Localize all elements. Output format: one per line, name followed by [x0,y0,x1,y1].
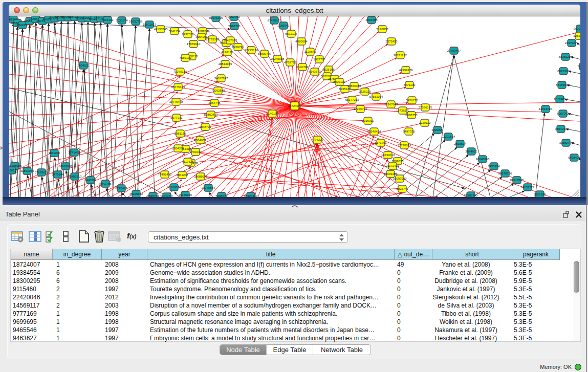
svg-text:4823498: 4823498 [365,18,378,21]
svg-text:20709497: 20709497 [447,49,461,52]
svg-text:12614124: 12614124 [539,107,553,111]
svg-text:3741438: 3741438 [68,151,80,154]
svg-text:38427073: 38427073 [224,39,237,42]
svg-text:5456272: 5456272 [406,99,418,102]
svg-text:68800797: 68800797 [258,52,272,55]
svg-text:7350753: 7350753 [228,16,240,18]
svg-text:1981186: 1981186 [175,132,187,135]
svg-text:60929647: 60929647 [59,165,73,168]
svg-text:6543670: 6543670 [309,70,321,73]
svg-text:5041154: 5041154 [169,30,181,33]
svg-text:2140194: 2140194 [266,112,278,115]
svg-text:1120642: 1120642 [304,50,317,53]
svg-text:65177213: 65177213 [345,98,359,101]
svg-text:19736572: 19736572 [396,109,410,112]
svg-text:8612220: 8612220 [557,70,570,73]
svg-text:77491435: 77491435 [158,173,172,176]
svg-text:72092888: 72092888 [211,89,225,92]
svg-text:8688755: 8688755 [405,114,418,117]
svg-text:63100814: 63100814 [167,186,181,189]
svg-text:7022674: 7022674 [116,19,128,22]
svg-text:30776478: 30776478 [169,100,183,103]
svg-text:5418934: 5418934 [556,83,568,86]
svg-text:1841248: 1841248 [176,173,188,177]
svg-text:7774229: 7774229 [311,138,323,141]
svg-text:7550190: 7550190 [179,56,191,59]
svg-text:27566185: 27566185 [419,106,432,109]
svg-text:71070189: 71070189 [173,70,187,73]
svg-text:71367643: 71367643 [384,103,398,106]
svg-text:81016525: 81016525 [510,179,524,182]
svg-text:15831819: 15831819 [143,23,157,26]
svg-text:29175900: 29175900 [179,193,192,196]
svg-text:83863413: 83863413 [204,113,218,116]
svg-text:44999379: 44999379 [399,69,413,72]
svg-text:95899313: 95899313 [68,175,82,178]
svg-text:34627347: 34627347 [214,77,228,80]
svg-text:18724007: 18724007 [288,104,302,107]
svg-text:6022741: 6022741 [396,187,408,190]
svg-text:4860684: 4860684 [295,40,308,43]
svg-text:22201654: 22201654 [442,135,455,138]
svg-text:9517485: 9517485 [554,98,566,101]
svg-text:4769795: 4769795 [284,61,296,64]
svg-text:4117625: 4117625 [182,160,194,163]
svg-text:6672134: 6672134 [285,32,297,35]
svg-text:2921859: 2921859 [534,193,546,196]
svg-text:19233013: 19233013 [381,154,395,157]
svg-text:7089806: 7089806 [577,65,580,68]
svg-text:27778019: 27778019 [398,144,411,147]
svg-text:2264748: 2264748 [208,101,221,104]
svg-text:3564217: 3564217 [555,127,567,130]
svg-text:3684052: 3684052 [465,150,477,153]
svg-text:57553014: 57553014 [369,95,383,98]
svg-text:2437026: 2437026 [182,33,194,36]
svg-text:1987737: 1987737 [313,58,325,61]
svg-text:7374122: 7374122 [101,18,114,21]
svg-text:5130808: 5130808 [376,28,388,31]
svg-text:95320121: 95320121 [9,169,18,172]
svg-text:4191175: 4191175 [222,51,234,54]
svg-text:82909480: 82909480 [384,172,398,176]
svg-text:5171761: 5171761 [375,141,387,144]
svg-text:24972279: 24972279 [565,41,579,45]
svg-text:97225156: 97225156 [245,49,258,52]
svg-text:9487336: 9487336 [403,130,415,133]
svg-text:5977931: 5977931 [170,116,183,119]
svg-text:89978790: 89978790 [498,172,512,175]
svg-text:42138745: 42138745 [154,28,168,31]
svg-text:38688676: 38688676 [194,175,208,178]
svg-text:31682744: 31682744 [559,141,573,144]
svg-text:35556386: 35556386 [347,84,361,87]
svg-text:4842788: 4842788 [99,182,112,185]
svg-text:2694522: 2694522 [77,64,90,67]
svg-text:8935169: 8935169 [339,87,351,91]
svg-text:8930103: 8930103 [333,80,345,83]
svg-text:2016911: 2016911 [362,119,375,122]
svg-text:28740864: 28740864 [202,186,215,189]
svg-text:17869910: 17869910 [187,42,201,46]
svg-text:26240908: 26240908 [271,57,285,60]
svg-text:28814949: 28814949 [219,62,232,65]
svg-text:3320821: 3320821 [431,128,444,132]
svg-text:2839607: 2839607 [454,142,466,145]
svg-text:31172421: 31172421 [386,164,400,167]
svg-text:98231132: 98231132 [394,54,407,57]
svg-text:1954280: 1954280 [172,147,184,150]
svg-text:5918715: 5918715 [228,25,241,28]
svg-text:2375453: 2375453 [385,40,398,43]
svg-text:2564689: 2564689 [194,139,206,142]
svg-text:6271130: 6271130 [404,83,416,86]
svg-text:45935572: 45935572 [129,192,143,195]
svg-text:6229731: 6229731 [232,46,244,49]
svg-text:6292423: 6292423 [115,187,127,190]
svg-text:90048665: 90048665 [476,158,490,161]
svg-text:81971316: 81971316 [209,16,223,19]
svg-text:9626108: 9626108 [322,68,335,71]
svg-text:91030736: 91030736 [129,20,143,23]
svg-text:2130789: 2130789 [296,65,309,69]
svg-text:6007072: 6007072 [557,112,569,115]
svg-text:84252722: 84252722 [521,186,535,189]
svg-text:6440561: 6440561 [84,179,97,182]
svg-text:68353204: 68353204 [559,55,573,58]
